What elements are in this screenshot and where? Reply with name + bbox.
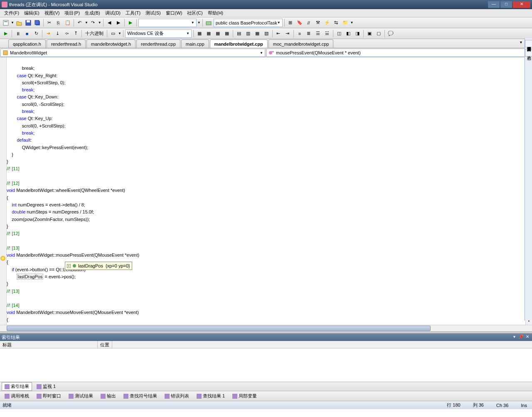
continue-icon[interactable]: ▶ — [2, 29, 10, 38]
grid-3-icon[interactable]: ▦ — [253, 29, 261, 38]
redo-icon[interactable]: ↷ — [89, 19, 97, 27]
output-icon[interactable]: ▭ — [109, 29, 117, 38]
show-next-icon[interactable]: ➜ — [44, 29, 52, 38]
save-icon[interactable] — [24, 19, 32, 27]
bookmark-icon[interactable]: 🔖 — [296, 19, 304, 27]
undo-icon[interactable]: ↶ — [76, 19, 84, 27]
status-tab[interactable]: 局部变量 — [229, 392, 260, 400]
misc-6-icon[interactable]: 💬 — [387, 29, 395, 38]
misc-2-icon[interactable]: ◧ — [344, 29, 352, 38]
status-tab[interactable]: 调用堆栈 — [2, 392, 32, 400]
maximize-button[interactable]: □ — [500, 1, 512, 8]
indent-out-icon[interactable]: ⇤ — [274, 29, 283, 38]
nav-fwd-icon[interactable]: ▶ — [114, 19, 123, 27]
paste-icon[interactable]: 📋 — [64, 19, 72, 27]
index-col-location[interactable]: 位置 — [98, 341, 112, 348]
tab-dropdown-icon[interactable]: ▾ — [518, 40, 524, 46]
open-icon[interactable] — [15, 19, 23, 27]
menu-t[interactable]: 工具(T) — [123, 10, 143, 16]
switch-icon[interactable]: ⇆ — [332, 19, 340, 27]
device-2-icon[interactable]: ▦ — [204, 29, 213, 38]
nav-back-icon[interactable]: ◀ — [105, 19, 113, 27]
device-1-icon[interactable]: ▦ — [195, 29, 204, 38]
breakpoint-icon[interactable] — [0, 256, 5, 261]
doc-tab[interactable]: renderthread.h — [47, 39, 86, 48]
menu-w[interactable]: 窗口(W) — [163, 10, 185, 16]
doc-tab[interactable]: renderthread.cpp — [136, 39, 180, 48]
indent-in-icon[interactable]: ⇥ — [283, 29, 292, 38]
comment-icon[interactable]: // — [305, 19, 313, 27]
window-icon[interactable]: ⊞ — [286, 19, 295, 27]
menu-c[interactable]: 社区(C) — [185, 10, 205, 16]
code-editor[interactable]: break; case Qt::Key_Right: scroll(+Scrol… — [0, 57, 532, 325]
status-tab[interactable]: 测试结果 — [66, 392, 96, 400]
grid-2-icon[interactable]: ▥ — [244, 29, 252, 38]
cut-icon[interactable]: ✂ — [45, 19, 54, 27]
grid-1-icon[interactable]: ▤ — [235, 29, 243, 38]
menu-d[interactable]: 调试(D) — [103, 10, 123, 16]
menu-v[interactable]: 视图(V) — [42, 10, 62, 16]
menu-s[interactable]: 测试(S) — [143, 10, 163, 16]
class-combo[interactable]: MandelbrotWidget ▼ — [0, 49, 265, 57]
misc-5-icon[interactable]: ▢ — [374, 29, 383, 38]
panel-dropdown-icon[interactable]: ▾ — [511, 334, 517, 340]
menu-b[interactable]: 生成(B) — [82, 10, 103, 16]
bottom-tab[interactable]: 监视 1 — [34, 382, 59, 391]
misc-4-icon[interactable]: ▣ — [365, 29, 374, 38]
stop-icon[interactable]: ■ — [23, 29, 31, 38]
grid-4-icon[interactable]: ▧ — [262, 29, 271, 38]
side-tab-dynamic[interactable]: 动态 — [525, 49, 532, 56]
svg-rect-5 — [35, 20, 39, 25]
run-icon[interactable]: ▶ — [126, 19, 135, 27]
bottom-tab[interactable]: 索引结果 — [2, 382, 32, 391]
panel-pin-icon[interactable]: 📌 — [518, 334, 524, 340]
menu-p[interactable]: 项目(P) — [62, 10, 82, 16]
close-button[interactable]: ✕ — [513, 1, 530, 8]
tool-icon[interactable]: ⚒ — [314, 19, 322, 27]
align-3-icon[interactable]: ☰ — [314, 29, 322, 38]
step-out-icon[interactable]: ⤒ — [71, 29, 80, 38]
explorer-icon[interactable]: 📁 — [341, 19, 350, 27]
step-over-icon[interactable]: ⤼ — [62, 29, 71, 38]
status-tab[interactable]: 输出 — [98, 392, 119, 400]
pause-icon[interactable]: ⏸ — [14, 29, 22, 38]
editor-hscroll[interactable] — [0, 325, 532, 331]
device-4-icon[interactable]: ▦ — [223, 29, 231, 38]
new-project-icon[interactable] — [2, 19, 10, 27]
menu-f[interactable]: 文件(F) — [2, 10, 22, 16]
panel-close-icon[interactable]: ✕ — [525, 334, 530, 340]
step-into-icon[interactable]: ⤓ — [53, 29, 62, 38]
copy-icon[interactable]: ⎘ — [54, 19, 63, 27]
align-4-icon[interactable]: ☱ — [323, 29, 331, 38]
doc-tab[interactable]: mandelbrotwidget.h — [86, 39, 135, 48]
expand-icon[interactable]: + — [67, 264, 71, 268]
status-tab[interactable]: 即时窗口 — [34, 392, 64, 400]
breakpoint-gutter[interactable] — [0, 57, 7, 325]
doc-tab[interactable]: mandelbrotwidget.cpp — [210, 39, 268, 48]
bolt-icon[interactable]: ⚡ — [323, 19, 331, 27]
save-all-icon[interactable] — [33, 19, 42, 27]
misc-1-icon[interactable]: ◫ — [335, 29, 343, 38]
menu-h[interactable]: 帮助(H) — [205, 10, 226, 16]
scope-combo[interactable]: public class BaseProtocolTask▼ — [214, 19, 283, 27]
device-3-icon[interactable]: ▦ — [214, 29, 222, 38]
align-1-icon[interactable]: ≡ — [296, 29, 304, 38]
status-tab[interactable]: 错误列表 — [162, 392, 192, 400]
member-combo[interactable]: mousePressEvent(QMouseEvent * event) ▼ — [266, 49, 531, 57]
status-tab[interactable]: 查找符号结果 — [121, 392, 160, 400]
platform-combo[interactable]: Windows CE 设备▼ — [125, 29, 192, 38]
index-col-title[interactable]: 标题 — [0, 341, 98, 348]
find-combo[interactable]: ▼ — [138, 19, 197, 27]
restart-icon[interactable]: ↻ — [32, 29, 40, 38]
side-tab-solution[interactable]: 解决方案资源管理器 — [525, 40, 532, 47]
doc-tab[interactable]: qapplication.h — [8, 39, 46, 48]
status-tab[interactable]: 查找结果 1 — [194, 392, 228, 400]
menu-e[interactable]: 编辑(E) — [22, 10, 42, 16]
doc-tab[interactable]: moc_mandelbrotwidget.cpp — [268, 39, 334, 48]
align-2-icon[interactable]: ≣ — [305, 29, 313, 38]
minimize-button[interactable]: — — [488, 1, 500, 8]
hex-toggle[interactable]: 十六进制 — [84, 30, 105, 37]
debug-datatip[interactable]: + lastDragPos {xp=0 yp=0} — [65, 262, 132, 270]
doc-tab[interactable]: main.cpp — [181, 39, 209, 48]
misc-3-icon[interactable]: ◨ — [353, 29, 362, 38]
